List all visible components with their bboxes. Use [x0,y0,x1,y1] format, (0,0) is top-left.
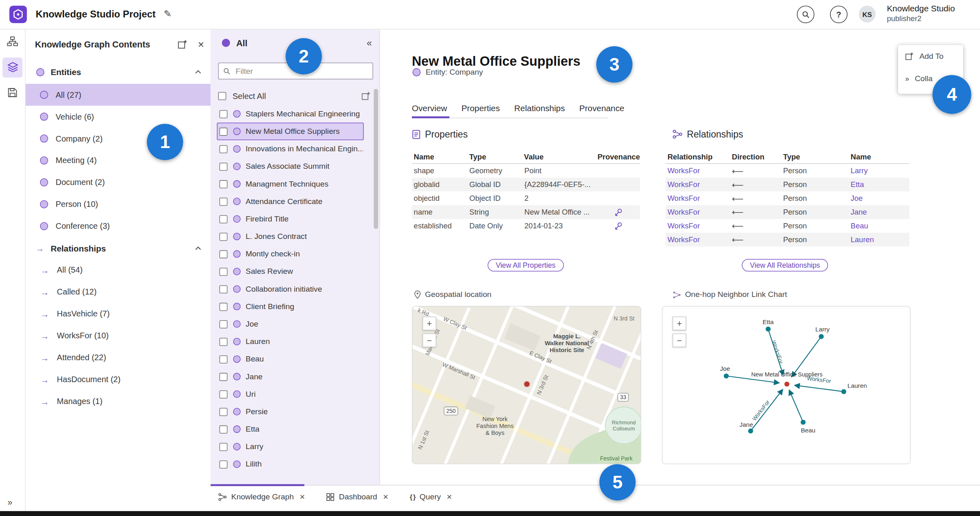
entity-link[interactable]: Larry [851,166,909,175]
graph-node[interactable] [841,389,846,394]
entity-filter-meeting[interactable]: Meeting (4) [25,150,211,172]
entity-link[interactable]: Lauren [851,235,909,244]
item-checkbox[interactable] [219,285,227,293]
zoom-in-button[interactable]: + [422,316,436,330]
list-item[interactable]: Firebird Title [217,210,364,228]
chevron-up-icon[interactable] [195,246,202,251]
link-chart-canvas[interactable]: WorksFor WorksFor WorksFor Etta Larry [662,306,911,464]
list-item[interactable]: Jane [217,368,364,385]
item-checkbox[interactable] [219,162,227,170]
chevron-up-icon[interactable] [195,69,202,74]
item-checkbox[interactable] [219,145,227,153]
item-checkbox[interactable] [219,390,227,398]
tab-dashboard[interactable]: Dashboard ✕ [326,492,388,501]
relationship-link[interactable]: WorksFor [665,194,732,203]
entity-filter-document[interactable]: Document (2) [25,172,211,194]
relationship-filter-hasvehicle[interactable]: → HasVehicle (7) [25,303,211,325]
relationship-link[interactable]: WorksFor [665,235,732,244]
relationship-filter-worksfor[interactable]: → WorksFor (10) [25,325,211,346]
item-checkbox[interactable] [219,110,227,118]
zoom-out-button[interactable]: − [422,333,436,347]
relationship-filter-all[interactable]: → All (54) [25,259,211,281]
close-panel-button[interactable]: ✕ [197,40,204,49]
list-item[interactable]: Uri [217,385,364,403]
list-item[interactable]: Sales Review [217,263,364,280]
item-checkbox[interactable] [219,267,227,275]
app-logo[interactable] [9,6,27,23]
search-button[interactable] [797,6,814,23]
item-checkbox[interactable] [219,215,227,223]
relationship-filter-manages[interactable]: → Manages (1) [25,390,211,412]
list-item[interactable]: Persie [217,403,364,420]
relationship-link[interactable]: WorksFor [665,180,732,189]
entity-link[interactable]: Joe [851,194,909,203]
list-item[interactable]: Innovations in Mechanical Engin... [217,140,364,157]
tab-provenance[interactable]: Provenance [579,104,624,118]
graph-node[interactable] [819,334,824,339]
graph-node[interactable] [800,420,805,425]
tab-query[interactable]: { } Query ✕ [410,492,452,501]
close-tab-icon[interactable]: ✕ [300,492,305,501]
list-item-selected[interactable]: New Metal Office Suppliers [217,123,364,140]
edit-title-icon[interactable]: ✎ [164,8,171,19]
list-item[interactable]: Sales Associate Summit [217,158,364,175]
list-item[interactable]: Staplers Mechanical Engineering [217,105,364,123]
entities-section-header[interactable]: Entities [25,62,211,81]
provenance-link-icon[interactable] [614,208,623,216]
item-checkbox[interactable] [219,372,227,381]
list-item[interactable]: Beau [217,350,364,368]
layers-rail-button[interactable] [8,62,18,73]
entity-filter-vehicle[interactable]: Vehicle (6) [25,106,211,128]
provenance-link-icon[interactable] [614,222,623,230]
relationship-filter-attended[interactable]: → Attended (22) [25,346,211,368]
relationship-filter-called[interactable]: → Called (12) [25,281,211,303]
list-item[interactable]: Joe [217,315,364,333]
item-checkbox[interactable] [219,180,227,188]
list-item[interactable]: Client Briefing [217,298,364,315]
list-item[interactable]: Attendance Certificate [217,193,364,210]
add-selection-button[interactable] [361,91,370,100]
graph-node[interactable] [724,374,729,378]
graph-center-node[interactable] [784,382,789,387]
zoom-in-button[interactable]: + [672,316,686,330]
relationship-filter-hasdocument[interactable]: → HasDocument (2) [25,368,211,390]
expand-rail-button[interactable]: » [8,497,13,507]
collapse-panel-icon[interactable]: « [367,38,372,48]
view-all-properties-button[interactable]: View All Properties [488,259,564,271]
item-checkbox[interactable] [219,443,227,451]
list-item[interactable]: Lauren [217,333,364,350]
user-avatar[interactable]: KS [859,6,876,23]
list-item[interactable]: Etta [217,420,364,438]
help-button[interactable]: ? [830,6,847,23]
list-item[interactable]: Collaboration initiative [217,280,364,298]
entity-link[interactable]: Etta [851,180,909,189]
map-canvas[interactable]: Richmond Coliseum k Rd W Clay St E Clay … [412,306,641,464]
entity-filter-person[interactable]: Person (10) [25,194,211,215]
relationship-link[interactable]: WorksFor [665,221,732,230]
item-checkbox[interactable] [219,320,227,328]
relationships-section-header[interactable]: → Relationships [25,239,211,258]
list-scrollbar[interactable] [374,89,378,229]
item-checkbox[interactable] [219,198,227,206]
close-tab-icon[interactable]: ✕ [383,492,388,501]
close-tab-icon[interactable]: ✕ [447,492,452,501]
graph-node[interactable] [748,428,753,433]
relationship-link[interactable]: WorksFor [665,208,732,217]
list-item[interactable]: Managment Techniques [217,175,364,193]
entity-link[interactable]: Jane [851,208,909,217]
save-rail-button[interactable] [8,88,18,98]
item-checkbox[interactable] [219,408,227,416]
item-checkbox[interactable] [219,338,227,346]
list-item[interactable]: Lilith [217,456,364,473]
item-checkbox[interactable] [219,425,227,433]
tab-properties[interactable]: Properties [461,104,500,118]
entity-link[interactable]: Beau [851,221,909,230]
item-checkbox[interactable] [219,232,227,241]
zoom-out-button[interactable]: − [672,333,686,347]
tab-knowledge-graph[interactable]: Knowledge Graph ✕ [218,492,305,501]
entity-filter-all[interactable]: All (27) [25,84,211,106]
item-checkbox[interactable] [219,355,227,363]
add-to-menu-item[interactable]: Add To [898,45,963,68]
view-all-relationships-button[interactable]: View All Relationships [742,259,828,271]
sitemap-rail-button[interactable] [7,36,18,46]
